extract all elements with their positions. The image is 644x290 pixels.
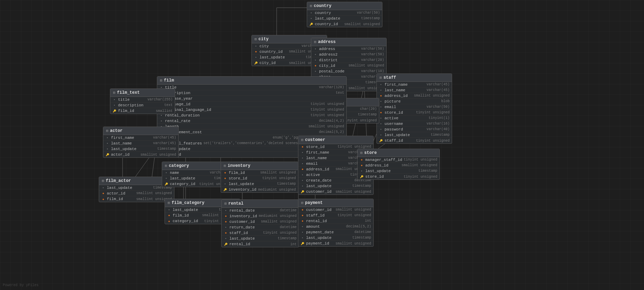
table-header-film_text: ⊞film_text	[110, 89, 175, 97]
table-row-payment-4: ▪payment_datedatetime	[298, 229, 373, 235]
row-icon-col-address-4: ▪	[313, 69, 318, 73]
col-type-address-0: varchar(50)	[348, 47, 384, 51]
table-rental[interactable]: ⊞rental▪rental_datedatetime◆inventory_id…	[221, 199, 299, 247]
table-row-actor-0: ▪first_namevarchar(45)	[103, 135, 178, 141]
table-row-staff-3: ▪pictureblob	[377, 99, 452, 104]
table-label-payment: payment	[305, 200, 323, 205]
table-row-inventory-1: ◆store_idtinyint unsigned	[221, 176, 298, 181]
col-type-language-1: timestamp	[343, 113, 377, 116]
row-icon-fk-store-1: ◆	[360, 163, 364, 168]
col-type-staff-4: varchar(50)	[414, 105, 450, 109]
row-icon-col-customer-2: ▪	[300, 156, 305, 160]
table-row-inventory-2: ▪last_updatetimestamp	[221, 181, 298, 187]
col-name-customer-2: last_name	[306, 156, 334, 160]
col-type-country-0: varchar(50)	[344, 11, 380, 15]
table-label-staff: staff	[383, 75, 396, 80]
table-row-film-1: ▪descriptiontext	[157, 90, 346, 96]
col-type-inventory-1: tinyint unsigned	[258, 176, 296, 180]
row-icon-pk-city-3: 🔑	[254, 61, 258, 65]
col-type-store-1: smallint unsigned	[395, 163, 437, 167]
table-row-film-5: ▪rental_durationtinyint unsigned	[157, 113, 346, 118]
table-row-store-0: ◆manager_staff_idtinyint unsigned	[358, 157, 439, 163]
table-header-staff: ⊞staff	[377, 74, 452, 82]
table-label-country: country	[314, 3, 331, 8]
table-header-country: ⊞country	[307, 2, 382, 10]
grid-icon: ⊞	[310, 4, 312, 8]
col-name-category-0: name	[170, 171, 198, 175]
col-type-staff-7: varchar(16)	[414, 122, 450, 126]
table-row-film-3: ◆language_idtinyint unsigned	[157, 101, 346, 107]
row-icon-col-staff-7: ▪	[379, 122, 383, 126]
table-row-address-1: ▪address2varchar(50)	[311, 52, 386, 57]
row-icon-col-customer-6: ▪	[300, 178, 305, 183]
table-row-film_text-1: ▪descriptiontext	[110, 102, 175, 108]
col-type-film-1: text	[194, 91, 344, 95]
table-country[interactable]: ⊞country▪countryvarchar(50)▪last_updatet…	[307, 2, 382, 27]
col-name-film_actor-2: film_id	[107, 197, 135, 201]
table-row-rental-2: ◆customer_idsmallint unsigned	[222, 219, 299, 225]
col-name-store-2: last_update	[365, 169, 393, 173]
table-store[interactable]: ⊞store◆manager_staff_idtinyint unsigned◆…	[357, 149, 440, 180]
row-icon-col-country-1: ▪	[309, 16, 313, 21]
table-payment[interactable]: ⊞payment◆customer_idsmallint unsigned◆st…	[298, 199, 374, 247]
row-icon-fk-address-3: ◆	[313, 64, 318, 68]
row-icon-col-film_text-0: ▪	[112, 98, 117, 102]
col-name-rental-3: return_date	[229, 225, 257, 229]
col-name-payment-3: amount	[306, 225, 334, 229]
col-name-customer-8: customer_id	[306, 190, 334, 194]
table-staff[interactable]: ⊞staff▪first_namevarchar(45)▪last_nameva…	[376, 73, 452, 144]
col-type-inventory-3: mediumint unsigned	[258, 188, 296, 192]
table-inventory[interactable]: ⊞inventory◆film_idsmallint unsigned◆stor…	[221, 162, 298, 193]
table-film_text[interactable]: ⊞film_text▪titlevarchar(255)▪description…	[110, 89, 175, 114]
table-row-film-8: ▪replacement_costdecimal(5,2)	[157, 129, 346, 135]
table-row-payment-1: ◆staff_idtinyint unsigned	[298, 213, 373, 218]
table-row-address-0: ▪addressvarchar(50)	[311, 46, 386, 52]
row-icon-fk-customer-4: ◆	[300, 167, 305, 171]
table-row-film_actor-1: ◆actor_idsmallint unsigned	[99, 191, 174, 196]
row-icon-col-city-0: ▪	[254, 44, 258, 48]
table-header-payment: ⊞payment	[298, 199, 373, 207]
table-label-category: category	[169, 163, 189, 168]
row-icon-pk-customer-8: 🔑	[300, 190, 305, 194]
col-type-rental-3: datetime	[259, 225, 297, 229]
col-name-address-3: city_id	[319, 64, 347, 68]
row-icon-col-film_category-0: ▪	[167, 208, 171, 212]
col-name-city-2: last_update	[259, 55, 288, 59]
col-name-actor-3: actor_id	[111, 153, 139, 157]
col-type-staff-10: tinyint unsigned	[414, 139, 450, 143]
col-type-inventory-2: timestamp	[258, 182, 296, 186]
col-name-inventory-1: store_id	[229, 176, 257, 181]
table-row-staff-6: ▪activetinyint(1)	[377, 115, 452, 121]
row-icon-fk-rental-1: ◆	[224, 214, 228, 218]
row-icon-col-customer-3: ▪	[300, 162, 305, 166]
table-actor[interactable]: ⊞actor▪first_namevarchar(45)▪last_nameva…	[103, 127, 179, 158]
col-type-film-0: varchar(128)	[194, 85, 344, 89]
col-type-rental-6: int	[259, 242, 297, 246]
col-type-payment-1: tinyint unsigned	[335, 213, 371, 217]
table-row-rental-1: ◆inventory_idmediumint unsigned	[222, 213, 299, 219]
col-name-country-0: country	[315, 11, 343, 15]
table-row-inventory-3: 🔑inventory_idmediumint unsigned	[221, 187, 298, 192]
table-label-film: film	[164, 78, 174, 83]
col-type-address-2: varchar(20)	[348, 58, 384, 62]
col-name-payment-4: payment_date	[306, 230, 334, 234]
row-icon-col-address-2: ▪	[313, 58, 318, 62]
row-icon-fk-film_category-1: ◆	[167, 213, 171, 218]
table-label-city: city	[258, 37, 269, 42]
row-icon-pk-actor-3: 🔑	[105, 153, 110, 157]
row-icon-col-address-0: ▪	[313, 47, 318, 51]
col-type-staff-2: smallint unsigned	[414, 94, 450, 98]
row-icon-col-staff-6: ▪	[379, 116, 383, 120]
table-row-country-0: ▪countryvarchar(50)	[307, 10, 382, 16]
col-name-store-3: store_id	[365, 175, 393, 179]
table-label-address: address	[318, 40, 335, 44]
row-icon-col-actor-1: ▪	[105, 141, 110, 146]
row-icon-fk-film_actor-1: ◆	[101, 191, 105, 196]
col-type-actor-0: varchar(45)	[140, 136, 176, 140]
col-type-address-4: varchar(10)	[348, 69, 384, 73]
grid-icon: ⊞	[314, 40, 316, 44]
col-name-rental-6: rental_id	[229, 242, 257, 246]
row-icon-fk-film_actor-2: ◆	[101, 197, 105, 201]
table-header-address: ⊞address	[311, 38, 386, 46]
grid-icon: ⊞	[224, 201, 227, 206]
